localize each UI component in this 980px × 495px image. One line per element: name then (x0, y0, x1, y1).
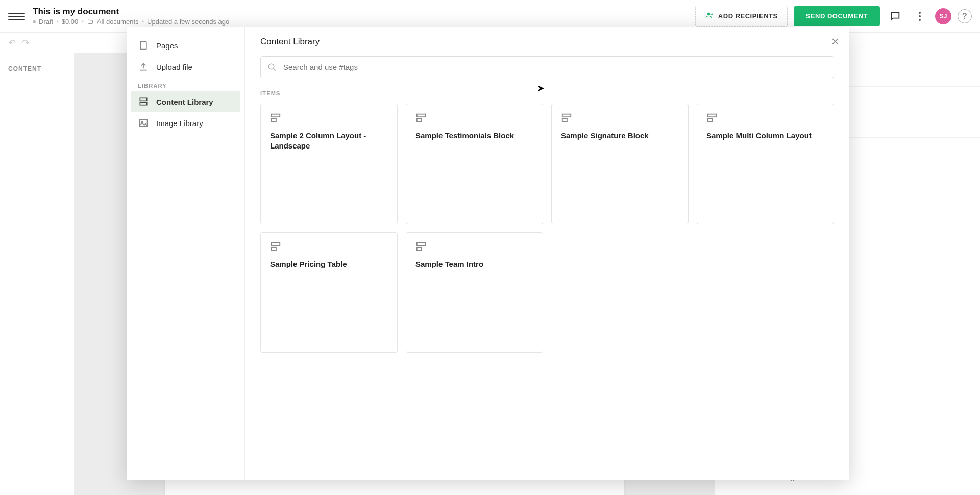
separator-icon: • (81, 18, 84, 26)
block-icon (706, 112, 718, 123)
library-card[interactable]: Sample Team Intro (406, 232, 543, 353)
sidebar-item-label: Pages (156, 41, 178, 50)
svg-rect-21 (417, 247, 422, 251)
avatar[interactable]: SJ (935, 8, 951, 24)
svg-rect-11 (272, 119, 276, 122)
modal-sidebar: Pages Upload file LIBRARY Content Librar… (127, 27, 245, 480)
library-card[interactable]: Sample Multi Column Layout (697, 104, 834, 224)
card-title: Sample Team Intro (415, 259, 533, 269)
image-library-icon (138, 117, 149, 129)
doc-subtitle: Draft • $0.00 • All documents • Updated … (33, 18, 695, 26)
help-icon[interactable]: ? (958, 9, 972, 23)
sidebar-item-upload[interactable]: Upload file (131, 56, 240, 78)
block-icon (561, 112, 572, 123)
undo-icon[interactable]: ↶ (8, 37, 16, 48)
add-recipients-label: ADD RECIPIENTS (718, 12, 778, 20)
location-label[interactable]: All documents (97, 18, 139, 26)
svg-rect-5 (140, 98, 146, 101)
sidebar-item-pages[interactable]: Pages (131, 35, 240, 56)
doc-meta: This is my document Draft • $0.00 • All … (33, 7, 695, 26)
cursor-icon: ➤ (537, 83, 545, 94)
add-person-icon (705, 11, 714, 21)
status-label: Draft (39, 18, 53, 26)
svg-rect-14 (562, 114, 571, 117)
svg-rect-7 (140, 119, 148, 126)
search-input[interactable] (260, 56, 834, 78)
card-title: Sample Multi Column Layout (706, 131, 824, 141)
redo-icon[interactable]: ↷ (22, 37, 30, 48)
content-library-icon (138, 96, 149, 107)
content-tab-label[interactable]: CONTENT (8, 65, 74, 72)
sidebar-item-label: Upload file (156, 63, 192, 71)
search-icon (267, 63, 277, 72)
price-label: $0.00 (62, 18, 79, 26)
library-card[interactable]: Sample Pricing Table (260, 232, 398, 353)
svg-rect-20 (417, 243, 426, 246)
library-card[interactable]: Sample 2 Column Layout - Landscape (260, 104, 398, 224)
doc-title: This is my document (33, 7, 695, 17)
card-title: Sample 2 Column Layout - Landscape (270, 131, 388, 152)
svg-point-2 (919, 15, 921, 17)
close-icon[interactable]: × (831, 34, 839, 50)
sidebar-section-label: LIBRARY (131, 78, 240, 91)
more-icon[interactable] (911, 7, 929, 26)
svg-rect-10 (272, 114, 280, 117)
block-icon (270, 241, 281, 252)
library-card[interactable]: Sample Testimonials Block (406, 104, 543, 224)
svg-rect-16 (708, 114, 717, 117)
folder-icon (87, 19, 94, 25)
svg-point-1 (919, 12, 921, 14)
top-actions: ADD RECIPIENTS SEND DOCUMENT SJ ? (695, 6, 972, 27)
svg-point-3 (919, 19, 921, 21)
block-icon (415, 112, 427, 123)
svg-rect-19 (272, 247, 276, 251)
svg-point-9 (268, 64, 274, 69)
svg-rect-17 (708, 119, 713, 122)
upload-icon (138, 61, 149, 72)
status-dot-icon (33, 20, 36, 23)
sidebar-item-content-library[interactable]: Content Library (131, 91, 240, 112)
card-title: Sample Signature Block (561, 131, 679, 141)
add-recipients-button[interactable]: ADD RECIPIENTS (695, 6, 788, 27)
send-document-button[interactable]: SEND DOCUMENT (794, 6, 880, 26)
separator-icon: • (142, 18, 144, 26)
chat-icon[interactable] (886, 7, 904, 26)
items-section-label: ITEMS (260, 90, 834, 96)
svg-rect-4 (140, 42, 146, 50)
sidebar-item-label: Image Library (156, 119, 203, 128)
svg-point-0 (707, 13, 710, 15)
separator-icon: • (56, 18, 59, 26)
modal-main: × Content Library ➤ ITEMS Sample 2 Colum… (245, 27, 849, 480)
search-wrap (260, 56, 834, 78)
card-title: Sample Testimonials Block (415, 131, 533, 141)
card-title: Sample Pricing Table (270, 259, 388, 269)
svg-rect-6 (140, 103, 146, 105)
svg-rect-12 (417, 114, 426, 117)
left-rail: CONTENT (0, 53, 75, 495)
svg-rect-18 (272, 243, 280, 246)
svg-rect-13 (417, 119, 422, 122)
block-icon (415, 241, 427, 252)
menu-icon[interactable] (8, 8, 24, 24)
modal-title: Content Library (260, 37, 834, 47)
items-grid: Sample 2 Column Layout - Landscape Sampl… (260, 104, 834, 353)
updated-label: Updated a few seconds ago (147, 18, 229, 26)
content-library-modal: Pages Upload file LIBRARY Content Librar… (127, 27, 849, 480)
library-card[interactable]: Sample Signature Block (551, 104, 689, 224)
sidebar-item-label: Content Library (156, 97, 213, 106)
svg-rect-15 (562, 119, 567, 122)
pages-icon (138, 40, 149, 51)
block-icon (270, 112, 281, 123)
sidebar-item-image-library[interactable]: Image Library (131, 112, 240, 134)
